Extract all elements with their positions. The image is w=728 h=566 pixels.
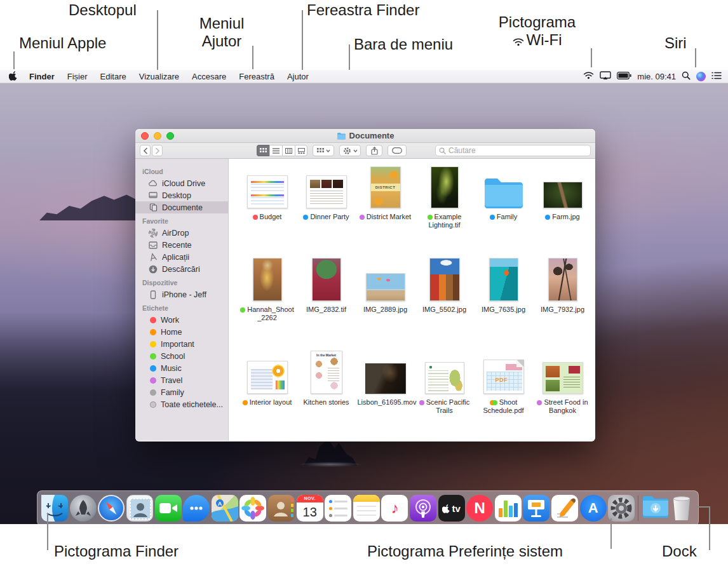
- sidebar-item-icloud-drive[interactable]: iCloud Drive: [135, 177, 228, 189]
- sidebar-tag-all[interactable]: Toate etichetele...: [135, 398, 228, 410]
- battery-icon[interactable]: [617, 72, 631, 81]
- sidebar-item-aplicatii[interactable]: Aplicații: [135, 251, 228, 263]
- file-item[interactable]: PDF Shoot Schedule.pdf: [474, 348, 533, 441]
- dock-music-icon[interactable]: ♪: [381, 493, 409, 523]
- dock-maps-icon[interactable]: A: [211, 493, 239, 523]
- file-item[interactable]: Family: [474, 163, 533, 255]
- file-item[interactable]: IMG_2889.jpg: [356, 255, 415, 348]
- dock-photos-icon[interactable]: [239, 493, 267, 523]
- action-gear-button[interactable]: [339, 145, 361, 156]
- sidebar-item-recente[interactable]: Recente: [135, 239, 228, 251]
- file-thumbnail-dinner-party: [306, 175, 347, 208]
- airplay-display-icon[interactable]: [600, 71, 611, 82]
- menu-item-finder[interactable]: Finder: [23, 72, 61, 81]
- gallery-view-button[interactable]: [295, 145, 307, 156]
- dock-podcasts-icon[interactable]: [409, 493, 438, 523]
- callout-apple-menu: Meniul Apple: [19, 34, 106, 52]
- file-label: IMG_5502.jpg: [422, 306, 466, 314]
- sidebar-item-airdrop[interactable]: AirDrop: [135, 227, 228, 239]
- file-item[interactable]: Farm.jpg: [533, 163, 592, 255]
- dock-downloads-icon[interactable]: [641, 493, 670, 523]
- share-button[interactable]: [366, 145, 382, 156]
- column-view-button[interactable]: [282, 145, 295, 156]
- menu-item-vizualizare[interactable]: Vizualizare: [133, 72, 185, 81]
- file-item[interactable]: Lisbon_61695.mov: [356, 348, 415, 441]
- sidebar-item-iphone[interactable]: iPhone - Jeff: [135, 288, 228, 300]
- dock-news-icon[interactable]: N: [466, 493, 494, 523]
- notification-center-icon[interactable]: [711, 72, 722, 81]
- callout-dock: Dock: [662, 542, 697, 560]
- dock-contacts-icon[interactable]: [267, 493, 296, 523]
- close-button[interactable]: [141, 132, 149, 140]
- menu-bar-clock[interactable]: mie. 09:41: [637, 72, 676, 81]
- dock-numbers-icon[interactable]: [494, 493, 523, 523]
- wifi-status-icon[interactable]: [583, 71, 594, 81]
- search-field[interactable]: Căutare: [435, 145, 591, 156]
- sidebar-item-descarcari[interactable]: Descărcări: [135, 263, 228, 275]
- sidebar-tag-music[interactable]: Music: [135, 362, 228, 374]
- file-item[interactable]: IMG_2832.tif: [297, 255, 356, 348]
- sidebar-tag-travel[interactable]: Travel: [135, 374, 228, 386]
- file-item[interactable]: IMG_5502.jpg: [415, 255, 474, 348]
- file-item[interactable]: Street Food in Bangkok: [533, 348, 592, 441]
- sidebar-section-etichete: Etichete: [135, 300, 228, 314]
- dock-safari-icon[interactable]: [97, 493, 126, 523]
- dock-pages-icon[interactable]: [551, 493, 579, 523]
- desktop[interactable]: Documente: [0, 83, 728, 524]
- dock-mail-icon[interactable]: [126, 493, 154, 523]
- dock-tv-icon[interactable]: tv: [437, 493, 466, 523]
- file-thumbnail-lisbon-video: [365, 363, 406, 394]
- dock-launchpad-icon[interactable]: [69, 493, 98, 523]
- sidebar-item-desktop[interactable]: Desktop: [135, 189, 228, 201]
- file-item[interactable]: Dinner Party: [297, 163, 356, 255]
- dock-calendar-icon[interactable]: NOV.13: [295, 493, 324, 523]
- dock-keynote-icon[interactable]: [522, 493, 551, 523]
- menu-item-fisier[interactable]: Fișier: [61, 72, 94, 81]
- file-item[interactable]: In the Market Kitchen stories: [297, 348, 356, 441]
- file-item[interactable]: Scenic Pacific Trails: [415, 348, 474, 441]
- sidebar-tag-home[interactable]: Home: [135, 326, 228, 338]
- zoom-button[interactable]: [166, 132, 174, 140]
- list-view-button[interactable]: [269, 145, 282, 156]
- file-item[interactable]: DISTRICT District Market: [356, 163, 415, 255]
- dock-reminders-icon[interactable]: [324, 493, 353, 523]
- menu-bar-left: Finder Fișier Editare Vizualizare Accesa…: [0, 71, 315, 83]
- file-item[interactable]: Hannah_Shoot_2262: [238, 255, 297, 348]
- dock-notes-icon[interactable]: [353, 493, 381, 523]
- file-item[interactable]: IMG_7932.jpg: [533, 255, 592, 348]
- menu-item-editare[interactable]: Editare: [94, 72, 133, 81]
- sidebar-tag-family[interactable]: Family: [135, 386, 228, 398]
- menu-item-fereastra[interactable]: Fereastră: [233, 72, 281, 81]
- siri-icon[interactable]: [696, 72, 706, 81]
- group-button[interactable]: [313, 145, 334, 156]
- file-item[interactable]: Example Lighting.tif: [415, 163, 474, 255]
- window-titlebar[interactable]: Documente: [135, 129, 595, 143]
- icon-view-button[interactable]: [257, 145, 269, 156]
- file-item[interactable]: Interior layout: [238, 348, 297, 441]
- sidebar-tag-work[interactable]: Work: [135, 314, 228, 326]
- sidebar-item-documente[interactable]: Documente: [135, 201, 228, 213]
- dock-trash-icon[interactable]: [670, 493, 698, 523]
- reminder-line: [334, 508, 347, 509]
- reminder-line: [334, 515, 347, 516]
- file-item[interactable]: Budget: [238, 163, 297, 255]
- apple-menu-icon[interactable]: [9, 71, 23, 83]
- minimize-button[interactable]: [154, 132, 161, 140]
- dock-messages-icon[interactable]: [182, 493, 211, 523]
- tags-button[interactable]: [388, 145, 407, 156]
- menu-item-accesare[interactable]: Accesare: [185, 72, 233, 81]
- tag-dot-orange: [243, 400, 248, 405]
- forward-button[interactable]: [152, 145, 163, 156]
- spotlight-search-icon[interactable]: [682, 71, 691, 82]
- back-button[interactable]: [140, 145, 151, 156]
- file-item[interactable]: IMG_7635.jpg: [474, 255, 533, 348]
- folder-icon: [337, 132, 346, 140]
- search-icon: [439, 147, 446, 154]
- menu-item-ajutor[interactable]: Ajutor: [281, 72, 315, 81]
- sidebar-tag-important[interactable]: Important: [135, 338, 228, 350]
- dock-finder-icon[interactable]: [41, 493, 69, 523]
- file-grid: Budget Dinner Party DISTRICT District Ma…: [229, 159, 595, 441]
- sidebar-tag-school[interactable]: School: [135, 350, 228, 362]
- dock-appstore-icon[interactable]: A: [579, 493, 607, 523]
- dock-facetime-icon[interactable]: [154, 493, 182, 523]
